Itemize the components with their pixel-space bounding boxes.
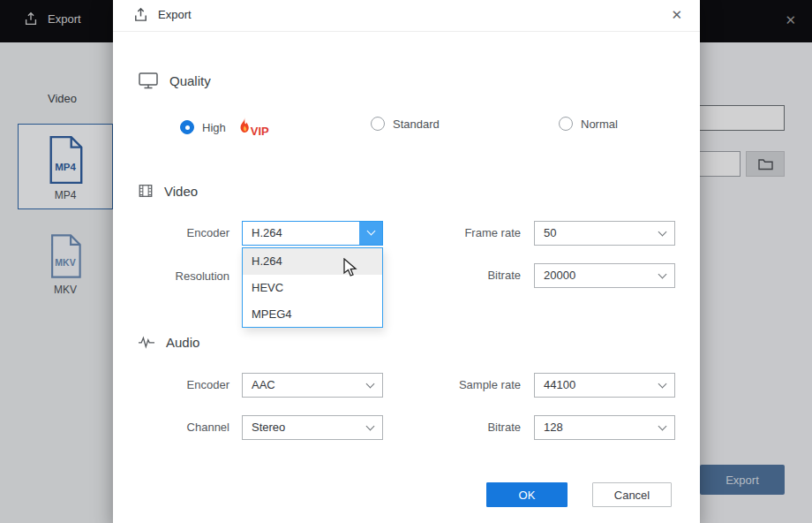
audio-section-heading: Audio: [138, 334, 199, 350]
chevron-down-icon: [658, 422, 667, 431]
cancel-button[interactable]: Cancel: [592, 482, 672, 507]
radio-high-label: High: [202, 121, 226, 134]
dialog-close-icon[interactable]: ✕: [671, 7, 682, 23]
video-heading-label: Video: [164, 184, 198, 199]
video-section-heading: Video: [138, 182, 198, 200]
audio-waveform-icon: [138, 334, 155, 350]
audio-encoder-value: AAC: [252, 374, 275, 397]
quality-option-high[interactable]: High VIP: [180, 117, 269, 138]
chevron-down-icon: [658, 380, 667, 389]
screen: Export ✕ Video MP4 MP4 MKV MKV: [0, 0, 812, 523]
mouse-cursor: [343, 258, 359, 283]
encoder-option-mpeg4[interactable]: MPEG4: [243, 301, 382, 328]
dialog-title: Export: [158, 8, 192, 21]
ok-button[interactable]: OK: [486, 482, 568, 507]
audio-samplerate-label: Sample rate: [404, 373, 521, 398]
audio-channel-label: Channel: [113, 415, 229, 440]
audio-channel-select[interactable]: Stereo: [242, 415, 383, 440]
quality-monitor-icon: [138, 71, 159, 90]
chevron-down-icon: [658, 228, 667, 237]
radio-standard[interactable]: [371, 117, 385, 131]
audio-heading-label: Audio: [166, 335, 199, 350]
chevron-down-icon: [366, 380, 375, 389]
video-film-icon: [138, 182, 154, 200]
radio-standard-label: Standard: [393, 117, 440, 131]
encoder-option-hevc[interactable]: HEVC: [243, 275, 382, 301]
video-bitrate-select[interactable]: 20000: [534, 263, 675, 288]
audio-samplerate-value: 44100: [544, 374, 575, 397]
video-bitrate-value: 20000: [544, 264, 575, 287]
chevron-down-icon: [658, 270, 667, 279]
radio-high[interactable]: [180, 120, 194, 134]
dialog-header: Export ✕: [113, 0, 700, 32]
audio-bitrate-value: 128: [544, 416, 563, 439]
radio-normal[interactable]: [559, 117, 573, 131]
quality-heading-label: Quality: [169, 73, 211, 88]
audio-channel-value: Stereo: [252, 416, 285, 439]
vip-badge-label: VIP: [251, 125, 269, 138]
video-encoder-label: Encoder: [113, 221, 229, 246]
video-resolution-label: Resolution: [113, 264, 229, 289]
audio-encoder-select[interactable]: AAC: [242, 373, 383, 398]
chevron-box[interactable]: [359, 222, 382, 245]
chevron-down-icon: [367, 227, 376, 236]
encoder-dropdown-list: H.264 HEVC MPEG4: [242, 247, 383, 328]
video-encoder-select[interactable]: H.264: [242, 221, 383, 246]
audio-bitrate-select[interactable]: 128: [534, 415, 675, 440]
chevron-down-icon: [366, 422, 375, 431]
encoder-option-h264[interactable]: H.264: [243, 248, 382, 275]
video-bitrate-label: Bitrate: [404, 263, 521, 288]
quality-section-heading: Quality: [138, 71, 211, 90]
quality-option-standard[interactable]: Standard: [371, 117, 440, 131]
export-icon: [132, 6, 149, 23]
audio-encoder-label: Encoder: [113, 373, 229, 398]
audio-bitrate-label: Bitrate: [404, 415, 521, 440]
video-encoder-value: H.264: [252, 222, 282, 245]
video-framerate-value: 50: [544, 222, 556, 245]
radio-normal-label: Normal: [581, 117, 618, 131]
video-framerate-label: Frame rate: [404, 221, 521, 246]
dialog-title-group: Export: [132, 6, 192, 23]
export-dialog: Export ✕ Quality High VIP: [113, 0, 700, 523]
quality-option-normal[interactable]: Normal: [559, 117, 618, 131]
audio-samplerate-select[interactable]: 44100: [534, 373, 675, 398]
video-framerate-select[interactable]: 50: [534, 221, 675, 246]
vip-badge: VIP: [236, 117, 269, 138]
